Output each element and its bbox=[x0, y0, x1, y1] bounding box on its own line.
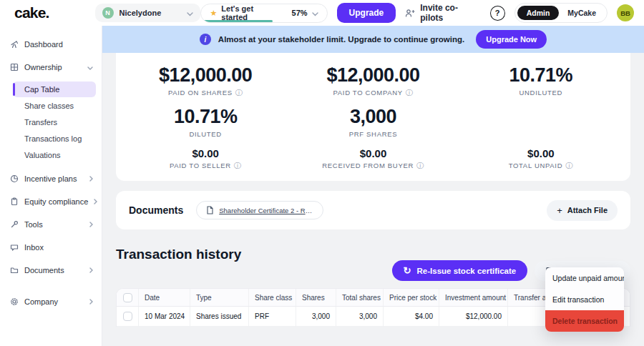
stat-diluted: 10.71% DILUTED bbox=[122, 106, 289, 138]
stat-prf-shares: 3,000 PRF SHARES bbox=[289, 106, 457, 138]
document-file-pill[interactable]: Shareholder Certificate 2 - Rachel Lee -… bbox=[196, 201, 323, 219]
gear-icon bbox=[10, 297, 19, 306]
person-plus-icon bbox=[405, 9, 415, 18]
column-header[interactable]: Date bbox=[138, 289, 190, 306]
sidebar-spacer bbox=[0, 285, 102, 293]
chat-bubble-icon bbox=[10, 243, 19, 252]
stat-label: PRF SHARES bbox=[349, 130, 398, 138]
stat-value: $12,000.00 bbox=[122, 64, 289, 86]
chevron-down-icon bbox=[187, 6, 193, 19]
celebrate-icon: ★ bbox=[210, 9, 217, 18]
menu-item-delete-transaction[interactable]: Delete transaction bbox=[545, 310, 624, 332]
column-header[interactable]: Total shares bbox=[336, 289, 383, 306]
top-bar: cake. N Nicelydone ★ Let's get started 5… bbox=[0, 0, 644, 26]
stat-empty bbox=[457, 106, 625, 138]
chevron-right-icon bbox=[89, 266, 93, 275]
stat-label: PAID ON SHARES bbox=[168, 89, 233, 97]
plus-icon: + bbox=[557, 206, 562, 215]
sidebar-item-label: Transactions log bbox=[24, 134, 82, 143]
stat-label: UNDILUTED bbox=[519, 89, 562, 97]
info-icon[interactable]: ⓘ bbox=[565, 162, 573, 169]
sidebar-item-ownership[interactable]: Ownership bbox=[0, 59, 102, 76]
company-selector[interactable]: N Nicelydone bbox=[95, 4, 201, 22]
stat-undiluted: 10.71% UNDILUTED bbox=[457, 64, 625, 97]
chevron-right-icon bbox=[89, 220, 93, 229]
sidebar-item-company[interactable]: Company bbox=[0, 293, 102, 310]
company-avatar: N bbox=[102, 7, 114, 19]
stat-paid-to-company: $12,000.00 PAID TO COMPANYⓘ bbox=[289, 64, 457, 97]
cell-total-shares: 3,000 bbox=[336, 307, 383, 326]
info-icon[interactable]: ⓘ bbox=[416, 162, 424, 169]
progress-bar bbox=[201, 20, 273, 22]
refresh-icon: ↻ bbox=[404, 266, 411, 275]
sidebar-item-equity-compliance[interactable]: Equity compliance bbox=[0, 193, 102, 210]
stat-label: RECEIVED FROM BUYER bbox=[322, 162, 414, 169]
row-context-menu: Update unpaid amount Edit transaction De… bbox=[545, 267, 624, 332]
page-title: Transaction history bbox=[116, 247, 241, 262]
info-icon[interactable]: ⓘ bbox=[234, 162, 242, 169]
info-icon[interactable]: ⓘ bbox=[406, 89, 414, 97]
stat-value: $12,000.00 bbox=[289, 64, 457, 86]
stat-paid-on-shares: $12,000.00 PAID ON SHARESⓘ bbox=[122, 64, 289, 97]
sidebar-item-transfers[interactable]: Transfers bbox=[13, 114, 96, 130]
documents-card: Documents Shareholder Certificate 2 - Ra… bbox=[116, 191, 630, 229]
sidebar-item-cap-table[interactable]: Cap Table bbox=[13, 81, 96, 97]
stat-total-unpaid: $0.00 TOTAL UNPAIDⓘ bbox=[457, 147, 625, 169]
column-header[interactable]: Price per stock bbox=[383, 289, 439, 306]
sidebar-item-label: Valuations bbox=[24, 151, 61, 159]
sidebar-item-label: Company bbox=[24, 297, 84, 306]
stat-value: $0.00 bbox=[289, 147, 457, 159]
help-icon[interactable]: ? bbox=[490, 6, 505, 21]
sidebar-item-share-classes[interactable]: Share classes bbox=[13, 98, 96, 114]
column-header[interactable]: Shares bbox=[296, 289, 336, 306]
limit-banner: i Almost at your stakeholder limit. Upgr… bbox=[102, 26, 644, 53]
wrench-icon bbox=[10, 220, 19, 229]
stat-received-from-buyer: $0.00 RECEIVED FROM BUYERⓘ bbox=[289, 147, 457, 169]
cell-type: Shares issued bbox=[190, 307, 248, 326]
attach-file-button[interactable]: + Attach File bbox=[547, 200, 618, 221]
sidebar-item-incentive-plans[interactable]: Incentive plans bbox=[0, 170, 102, 187]
menu-item-edit-transaction[interactable]: Edit transaction bbox=[545, 289, 624, 310]
sidebar-item-label: Cap Table bbox=[24, 85, 59, 94]
sidebar-item-transactions-log[interactable]: Transactions log bbox=[13, 131, 96, 147]
column-header[interactable]: Share class bbox=[248, 289, 296, 306]
banner-text: Almost at your stakeholder limit. Upgrad… bbox=[218, 35, 464, 44]
topbar-right-group: ★ Let's get started 57% Upgrade Invite c… bbox=[200, 3, 634, 23]
upgrade-button[interactable]: Upgrade bbox=[337, 3, 396, 23]
mode-toggle: Admin MyCake bbox=[514, 3, 608, 23]
sidebar: Dashboard Ownership Cap Table Share clas… bbox=[0, 26, 102, 346]
pie-chart-icon bbox=[10, 174, 19, 183]
reissue-stock-certificate-button[interactable]: ↻ Re-Issue stock certificate bbox=[392, 260, 528, 281]
column-header[interactable]: Type bbox=[190, 289, 248, 306]
sidebar-item-label: Ownership bbox=[24, 63, 82, 71]
sidebar-item-tools[interactable]: Tools bbox=[0, 216, 102, 233]
stat-label: TOTAL UNPAID bbox=[509, 162, 563, 169]
stats-grid: $12,000.00 PAID ON SHARESⓘ $12,000.00 PA… bbox=[122, 64, 625, 169]
invite-copilots-button[interactable]: Invite co-pilots bbox=[405, 3, 480, 23]
menu-item-update-unpaid-amount[interactable]: Update unpaid amount bbox=[545, 267, 624, 289]
chevron-right-icon bbox=[89, 174, 93, 183]
document-link[interactable]: Shareholder Certificate 2 - Rachel Lee -… bbox=[219, 207, 313, 214]
sidebar-item-valuations[interactable]: Valuations bbox=[13, 147, 96, 163]
stat-paid-to-seller: $0.00 PAID TO SELLERⓘ bbox=[122, 147, 289, 169]
stats-card: $12,000.00 PAID ON SHARESⓘ $12,000.00 PA… bbox=[116, 53, 630, 181]
sidebar-item-label: Incentive plans bbox=[24, 174, 84, 183]
ownership-children: Cap Table Share classes Transfers Transa… bbox=[13, 81, 96, 163]
column-header[interactable]: Investment amount bbox=[439, 289, 507, 306]
toggle-admin[interactable]: Admin bbox=[517, 6, 560, 20]
sidebar-item-label: Dashboard bbox=[24, 40, 93, 49]
info-icon[interactable]: ⓘ bbox=[235, 89, 243, 97]
sidebar-item-label: Transfers bbox=[24, 118, 57, 127]
select-all-checkbox[interactable] bbox=[123, 293, 132, 302]
sidebar-item-documents[interactable]: Documents bbox=[0, 262, 102, 279]
sidebar-item-inbox[interactable]: Inbox bbox=[0, 239, 102, 256]
stat-value: 3,000 bbox=[289, 106, 457, 128]
onboarding-progress[interactable]: ★ Let's get started 57% bbox=[200, 4, 327, 23]
sidebar-item-label: Equity compliance bbox=[24, 197, 88, 206]
user-avatar[interactable]: BB bbox=[617, 4, 634, 21]
sidebar-item-dashboard[interactable]: Dashboard bbox=[0, 36, 102, 53]
row-checkbox[interactable] bbox=[123, 312, 132, 321]
stat-value: $0.00 bbox=[457, 147, 625, 159]
upgrade-now-button[interactable]: Upgrade Now bbox=[476, 30, 547, 49]
toggle-mycake[interactable]: MyCake bbox=[559, 6, 605, 20]
